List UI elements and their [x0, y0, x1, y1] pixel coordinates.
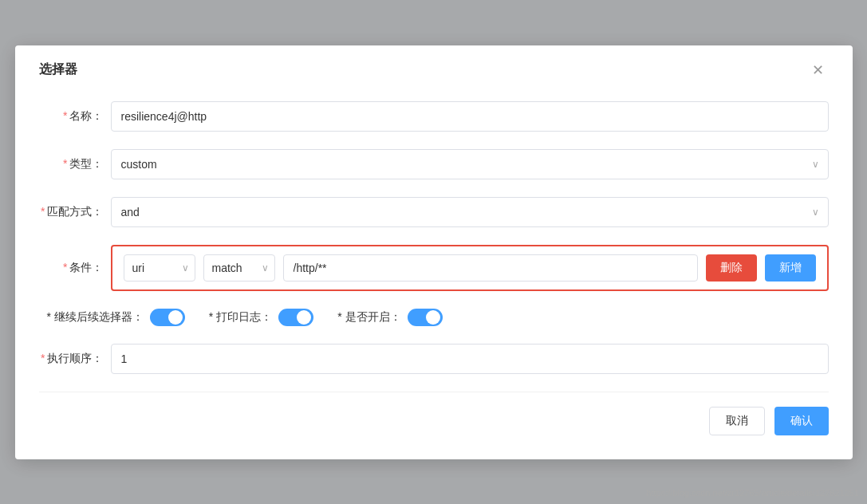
- cond-match-select-wrapper: match eq regex: [203, 254, 275, 282]
- continue-selector-group: * 继续后续选择器：: [47, 309, 185, 326]
- dialog-footer: 取消 确认: [39, 392, 829, 435]
- add-condition-button[interactable]: 新增: [765, 254, 816, 282]
- is-open-toggle[interactable]: [408, 309, 443, 326]
- toggle-row: * 继续后续选择器： * 打印日志： * 是否开启：: [39, 309, 829, 326]
- condition-row: *条件： uri header method query match eq re…: [39, 245, 829, 291]
- print-log-label: * 打印日志：: [209, 310, 272, 325]
- continue-selector-toggle[interactable]: [150, 309, 185, 326]
- dialog-overlay: 选择器 ✕ *名称： *类型： custom spring_cloud_gate…: [0, 0, 867, 504]
- is-open-label: * 是否开启：: [337, 310, 400, 325]
- print-log-toggle[interactable]: [278, 309, 313, 326]
- is-open-group: * 是否开启：: [337, 309, 442, 326]
- exec-order-label: *执行顺序：: [39, 352, 111, 366]
- continue-selector-label: * 继续后续选择器：: [47, 310, 144, 325]
- dialog-title: 选择器: [39, 61, 77, 78]
- match-label: *匹配方式：: [39, 205, 111, 219]
- condition-label: *条件：: [39, 261, 111, 275]
- delete-condition-button[interactable]: 删除: [706, 254, 757, 282]
- type-select[interactable]: custom spring_cloud_gateway sentinel: [111, 149, 829, 179]
- close-button[interactable]: ✕: [807, 61, 829, 79]
- continue-selector-slider: [150, 309, 185, 326]
- type-required-star: *: [63, 157, 67, 170]
- cond-uri-select[interactable]: uri header method query: [124, 254, 195, 282]
- type-select-wrapper: custom spring_cloud_gateway sentinel: [111, 149, 829, 179]
- match-select[interactable]: and or: [111, 197, 829, 227]
- watermark: https://blog.csdn.net/zr12765/article/de…: [646, 488, 859, 498]
- name-required-star: *: [63, 109, 67, 122]
- exec-order-input[interactable]: [111, 344, 829, 374]
- match-select-wrapper: and or: [111, 197, 829, 227]
- dialog-header: 选择器 ✕: [39, 61, 829, 79]
- exec-order-required-star: *: [41, 352, 45, 364]
- print-log-group: * 打印日志：: [209, 309, 313, 326]
- is-open-slider: [408, 309, 443, 326]
- type-label: *类型：: [39, 157, 111, 171]
- cond-value-input[interactable]: [283, 254, 698, 282]
- cancel-button[interactable]: 取消: [709, 407, 765, 435]
- condition-required-star: *: [63, 261, 67, 274]
- name-input[interactable]: [111, 101, 829, 132]
- cond-uri-select-wrapper: uri header method query: [124, 254, 195, 282]
- name-row: *名称：: [39, 101, 829, 132]
- exec-order-row: *执行顺序：: [39, 344, 829, 374]
- match-row: *匹配方式： and or: [39, 197, 829, 227]
- match-required-star: *: [41, 205, 45, 218]
- print-log-slider: [278, 309, 313, 326]
- type-row: *类型： custom spring_cloud_gateway sentine…: [39, 149, 829, 179]
- confirm-button[interactable]: 确认: [774, 407, 829, 435]
- conditions-box: uri header method query match eq regex 删…: [111, 245, 829, 291]
- dialog: 选择器 ✕ *名称： *类型： custom spring_cloud_gate…: [15, 45, 853, 459]
- name-label: *名称：: [39, 109, 111, 124]
- cond-match-select[interactable]: match eq regex: [203, 254, 275, 282]
